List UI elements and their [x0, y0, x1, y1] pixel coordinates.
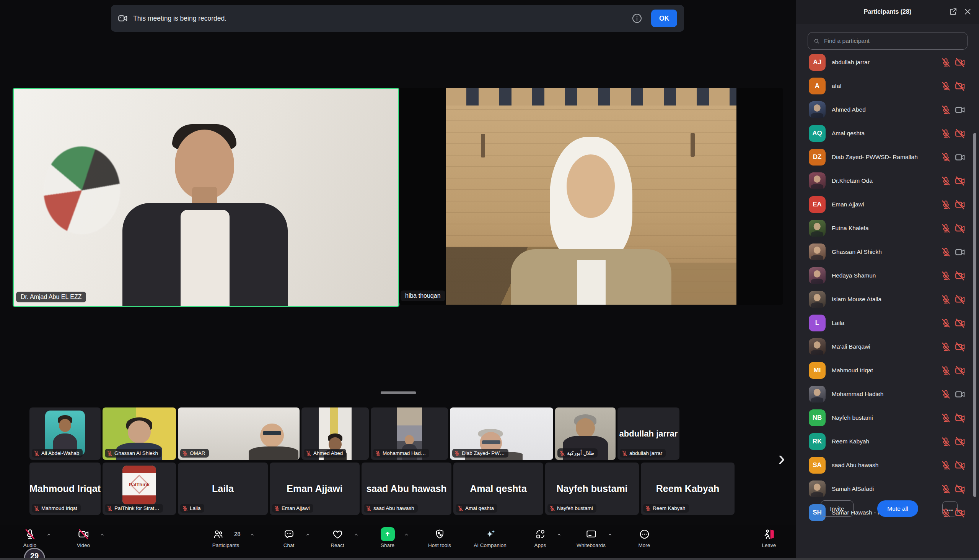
tile-name-text: Ghassan Al Shiekh	[114, 450, 158, 456]
participants-panel: Participants (28) AJabdullah jarrar Aafa…	[796, 0, 979, 560]
film-tile[interactable]: OMAR	[178, 407, 299, 460]
ok-button[interactable]: OK	[651, 10, 677, 27]
film-tile[interactable]: PalThinkPalThink for Strat…	[102, 463, 176, 515]
toolbar-participants-button[interactable]: 28Participants	[193, 527, 258, 548]
tile-name-label: Nayfeh bustami	[548, 504, 596, 513]
participant-row[interactable]: AQAmal qeshta	[796, 122, 979, 145]
participant-name: Nayfeh bustami	[832, 414, 941, 421]
sparkle-icon	[485, 529, 496, 540]
camera-off-icon	[955, 57, 965, 68]
chevron-up-icon[interactable]	[249, 532, 255, 537]
film-tile[interactable]: Eman AjjawiEman Ajjawi	[270, 463, 359, 515]
film-tile[interactable]: Ghassan Al Shiekh	[102, 407, 176, 460]
participant-row[interactable]: Ma’ali Barqawi	[796, 335, 979, 358]
invite-button[interactable]: Invite	[820, 500, 854, 517]
participant-name: Reem Kabyah	[832, 438, 941, 445]
mic-off-icon	[941, 484, 951, 494]
participant-status-icons	[941, 176, 965, 186]
mic-off-icon	[941, 176, 951, 186]
tile-name-label: saad Abu hawash	[364, 504, 418, 513]
mute-all-button[interactable]: Mute all	[877, 500, 918, 517]
toolbar-label: More	[612, 542, 677, 548]
film-tile[interactable]: Amal qeshtaAmal qeshta	[453, 463, 543, 515]
mic-off-icon	[941, 105, 951, 115]
participant-row[interactable]: NBNayfeh bustami	[796, 406, 979, 430]
toolbar-more-button[interactable]: More	[612, 527, 677, 548]
tile-name-text: Laila	[190, 505, 201, 511]
participant-status-icons	[941, 484, 965, 494]
scene-shape	[263, 431, 281, 435]
tile-name-label: Reem Kabyah	[643, 504, 689, 513]
toolbar-leave-button[interactable]: Leave	[737, 527, 802, 548]
zoom-meeting-window: This meeting is being recorded. OK Dr. A…	[0, 0, 979, 560]
mic-off-icon	[941, 342, 951, 352]
speaker-nametag: Dr. Amjad Abu EL EZZ	[16, 292, 86, 302]
main-video-active-speaker[interactable]: Dr. Amjad Abu EL EZZ	[13, 88, 399, 307]
film-tile[interactable]: Diab Zayed- PW…	[450, 407, 553, 460]
participant-row[interactable]: DZDiab Zayed- PWWSD- Ramallah	[796, 145, 979, 169]
mic-off-icon	[941, 200, 951, 210]
participant-row[interactable]: Samah AlSafadi	[796, 477, 979, 501]
tile-name-text: Amal qeshta	[465, 505, 494, 511]
search-input[interactable]	[823, 37, 962, 45]
toolbar-video-button[interactable]: Video	[51, 527, 116, 548]
mic-off-icon	[941, 366, 951, 375]
next-page-chevron[interactable]: ›	[778, 447, 785, 469]
mic-off-icon	[107, 450, 112, 456]
film-tile[interactable]: Mahmoud IriqatMahmoud Iriqat	[30, 463, 100, 515]
participant-row[interactable]: Futna Khalefa	[796, 217, 979, 240]
tile-name-text: Nayfeh bustami	[557, 505, 593, 511]
film-tile[interactable]: Nayfeh bustamiNayfeh bustami	[545, 463, 639, 515]
participant-search[interactable]	[808, 32, 967, 50]
main-video-speaker-2[interactable]: hiba thouqan	[399, 88, 783, 305]
video-scene-damascus-gate	[446, 88, 737, 305]
participant-status-icons	[941, 105, 965, 115]
participant-row[interactable]: EAEman Ajjawi	[796, 193, 979, 217]
participant-row[interactable]: Dr.Khetam Oda	[796, 169, 979, 193]
film-tile[interactable]: طلال أبوركبة	[555, 407, 616, 460]
participant-name: Mohammad Hadieh	[832, 391, 941, 398]
mic-off-icon	[306, 450, 311, 456]
participant-row[interactable]: Aafaf	[796, 74, 979, 98]
participant-row[interactable]: RKReem Kabyah	[796, 430, 979, 453]
participant-row[interactable]: Ahmed Abed	[796, 98, 979, 122]
mic-off-icon	[941, 390, 951, 399]
participant-row[interactable]: Mohammad Hadieh	[796, 382, 979, 406]
participant-row[interactable]: MIMahmoud Iriqat	[796, 358, 979, 382]
film-tile[interactable]: Mohammad Had…	[371, 407, 448, 460]
camera-off-icon	[955, 365, 965, 376]
film-tile[interactable]: Ali Abdel-Wahab	[30, 407, 100, 460]
participant-row[interactable]: Ghassan Al Shiekh	[796, 240, 979, 264]
info-icon[interactable]	[631, 13, 643, 24]
filmstrip-resize-handle[interactable]	[381, 392, 416, 394]
tile-name-label: Mahmoud Iriqat	[32, 504, 81, 513]
participant-status-icons	[941, 223, 965, 233]
mic-off-icon	[941, 153, 951, 162]
film-tile[interactable]: LailaLaila	[178, 463, 268, 515]
film-tile[interactable]: Ahmed Abed	[301, 407, 369, 460]
participant-status-icons	[941, 318, 965, 328]
film-tile[interactable]: saad Abu hawashsaad Abu hawash	[361, 463, 451, 515]
film-tile[interactable]: Reem KabyahReem Kabyah	[641, 463, 735, 515]
close-panel-icon[interactable]	[963, 7, 972, 16]
participant-row[interactable]: Islam Mouse Atalla	[796, 287, 979, 311]
camera-off-icon	[955, 318, 965, 328]
participant-avatar	[809, 267, 825, 284]
popout-panel-icon[interactable]	[949, 7, 957, 16]
speaker-shirt	[180, 210, 229, 306]
participant-row[interactable]: Hedaya Shamun	[796, 264, 979, 287]
chevron-up-icon[interactable]	[99, 532, 105, 537]
camera-off-icon	[955, 342, 965, 352]
participant-row[interactable]: AJabdullah jarrar	[796, 50, 979, 74]
participant-row[interactable]: LLaila	[796, 311, 979, 335]
mic-off-icon	[941, 295, 951, 304]
mic-off-icon	[25, 529, 35, 540]
scrollbar-thumb[interactable]	[973, 133, 976, 497]
participant-avatar: EA	[809, 196, 825, 213]
film-tile[interactable]: abdullah jarrarabdullah jarrar	[618, 407, 680, 460]
participant-avatar: MI	[809, 362, 825, 379]
tile-name-text: Ahmed Abed	[313, 450, 343, 456]
panel-more-button[interactable]: …	[942, 501, 957, 517]
participant-status-icons	[941, 57, 965, 68]
participant-row[interactable]: SAsaad Abu hawash	[796, 453, 979, 477]
